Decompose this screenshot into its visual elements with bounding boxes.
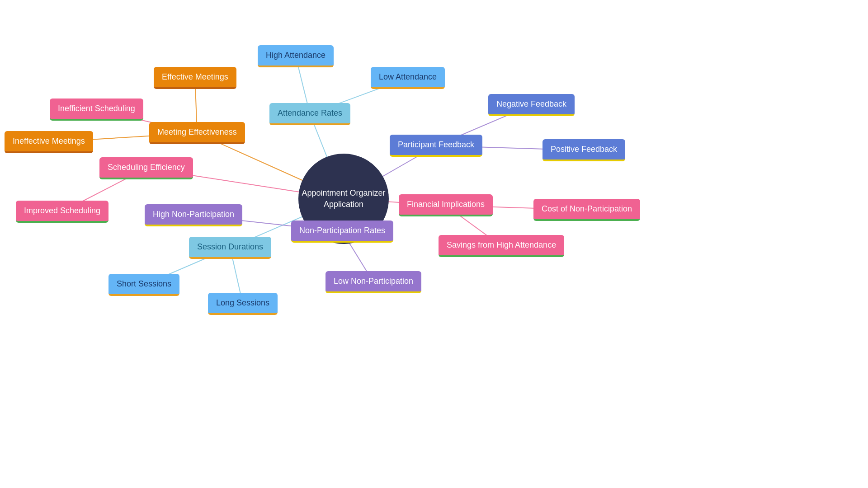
cost-non-participation-node[interactable]: Cost of Non-Participation: [533, 199, 640, 221]
attendance-rates-node[interactable]: Attendance Rates: [269, 103, 350, 125]
meeting-effectiveness-node[interactable]: Meeting Effectiveness: [149, 122, 245, 144]
session-durations-node[interactable]: Session Durations: [189, 237, 271, 259]
long-sessions-node[interactable]: Long Sessions: [208, 293, 278, 315]
high-attendance-node[interactable]: High Attendance: [258, 45, 334, 67]
scheduling-efficiency-node[interactable]: Scheduling Efficiency: [99, 157, 193, 179]
non-participation-rates-node[interactable]: Non-Participation Rates: [291, 221, 393, 243]
positive-feedback-node[interactable]: Positive Feedback: [542, 139, 625, 161]
improved-scheduling-node[interactable]: Improved Scheduling: [16, 201, 108, 223]
ineffective-meetings-node[interactable]: Ineffective Meetings: [5, 131, 93, 153]
participant-feedback-node[interactable]: Participant Feedback: [390, 135, 482, 157]
low-attendance-node[interactable]: Low Attendance: [371, 67, 445, 89]
low-non-participation-node[interactable]: Low Non-Participation: [326, 271, 421, 293]
financial-implications-node[interactable]: Financial Implications: [399, 194, 493, 216]
savings-high-attendance-node[interactable]: Savings from High Attendance: [439, 235, 564, 257]
high-non-participation-node[interactable]: High Non-Participation: [145, 204, 242, 226]
inefficient-scheduling-node[interactable]: Inefficient Scheduling: [50, 99, 143, 121]
short-sessions-node[interactable]: Short Sessions: [108, 274, 179, 296]
center-label: Appointment Organizer Application: [298, 188, 389, 210]
effective-meetings-node[interactable]: Effective Meetings: [154, 67, 236, 89]
negative-feedback-node[interactable]: Negative Feedback: [488, 94, 575, 116]
